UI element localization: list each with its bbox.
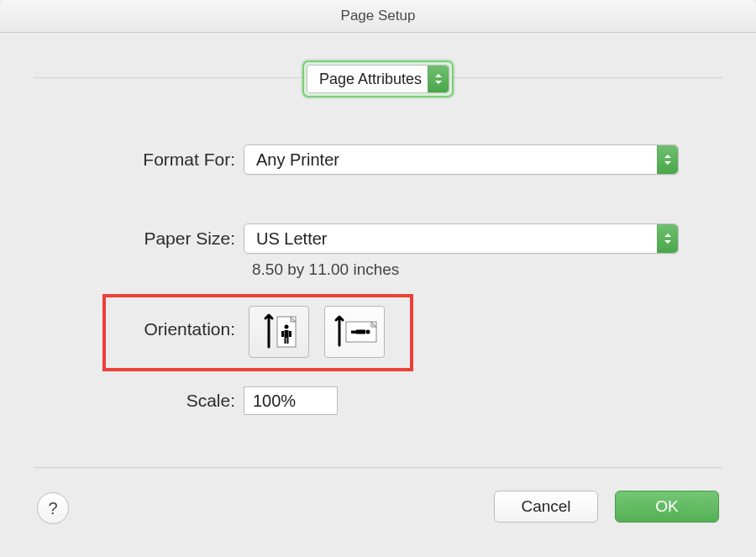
svg-rect-6 [287,338,289,344]
window-title: Page Setup [0,0,756,33]
ok-button[interactable]: OK [615,491,719,523]
svg-point-8 [366,330,370,334]
orientation-landscape-button[interactable] [324,306,385,358]
svg-rect-9 [356,330,365,334]
portrait-icon [257,312,301,352]
scale-input[interactable] [244,386,338,415]
ok-button-label: OK [655,497,678,516]
svg-rect-5 [285,338,286,344]
section-dropdown-value: Page Attributes [319,71,422,88]
window-title-text: Page Setup [341,8,416,24]
section-dropdown[interactable]: Page Attributes [302,60,454,97]
svg-point-1 [285,325,289,329]
paper-size-dropdown[interactable]: US Letter [244,223,679,254]
svg-rect-10 [351,331,356,333]
format-for-label: Format For: [0,150,244,170]
updown-arrows-icon [657,224,678,253]
format-for-dropdown[interactable]: Any Printer [244,145,679,175]
svg-rect-4 [289,331,291,337]
cancel-button[interactable]: Cancel [494,491,598,523]
landscape-icon [329,312,380,352]
updown-arrows-icon [428,66,449,92]
paper-size-label: Paper Size: [0,229,244,249]
paper-size-value: US Letter [256,229,327,249]
paper-size-note: 8.50 by 11.00 inches [252,260,399,279]
svg-rect-2 [285,330,289,338]
help-button[interactable]: ? [37,492,69,524]
page-setup-window: Page Setup Page Attributes Format For: A… [0,0,756,557]
divider-bottom [34,467,722,468]
help-icon: ? [48,499,57,518]
svg-rect-3 [281,331,284,337]
updown-arrows-icon [657,145,678,174]
orientation-label: Orientation: [0,319,244,339]
svg-rect-11 [351,332,356,334]
cancel-button-label: Cancel [521,497,570,516]
scale-label: Scale: [0,391,244,411]
orientation-portrait-button[interactable] [249,306,309,358]
format-for-value: Any Printer [256,150,339,170]
